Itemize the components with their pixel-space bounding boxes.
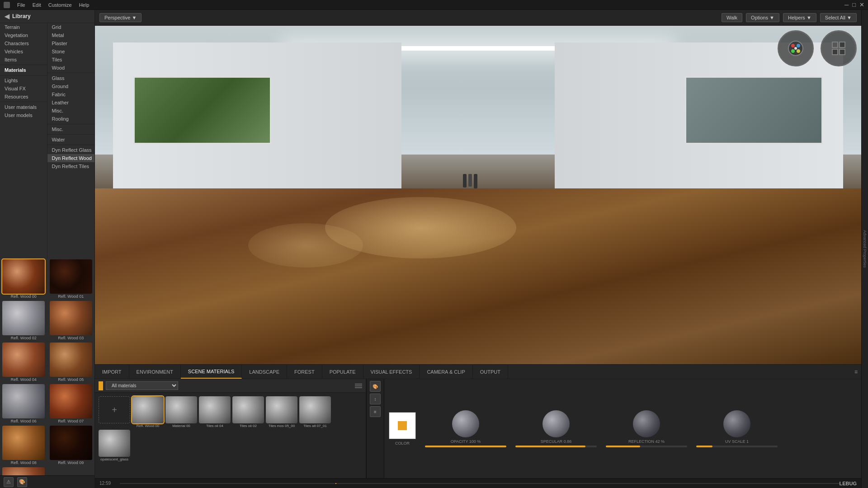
- reflection-track[interactable]: [606, 446, 687, 447]
- uvscale-track[interactable]: [696, 446, 778, 447]
- material-item-wood09[interactable]: Refl. Wood 09: [47, 425, 95, 466]
- subcat-stone[interactable]: Stone: [47, 47, 95, 56]
- svg-point-4: [797, 49, 800, 53]
- material-item-wood01[interactable]: Refl. Wood 01: [47, 258, 95, 300]
- subcat-wood[interactable]: Wood: [47, 64, 95, 72]
- sidebar-item-visualfx[interactable]: Visual FX: [0, 84, 47, 93]
- subcat-dyn-tiles[interactable]: Dyn Reflect Tiles: [47, 162, 95, 170]
- tab-forest[interactable]: FOREST: [287, 365, 322, 379]
- add-material-button[interactable]: +: [99, 396, 130, 423]
- material-item-wood07[interactable]: Refl. Wood 07: [47, 383, 95, 425]
- paint-apply-icon[interactable]: 🎨: [370, 381, 381, 392]
- warning-icon[interactable]: ⚠: [4, 477, 14, 487]
- subcat-misc[interactable]: Misc.: [47, 107, 95, 115]
- options-button[interactable]: Options ▼: [746, 13, 779, 22]
- window-controls: ─ □ ✕: [844, 1, 864, 8]
- sidebar-item-user-materials[interactable]: User materials: [0, 103, 47, 111]
- material-item-wood08[interactable]: Refl. Wood 08: [0, 425, 47, 466]
- tab-populate[interactable]: POPULATE: [322, 365, 363, 379]
- tab-scene-materials[interactable]: SCENE MATERIALS: [181, 365, 242, 379]
- filter-icon[interactable]: ≡: [370, 406, 381, 417]
- uv-scale-property: UV SCALE 1: [696, 410, 778, 447]
- sidebar-item-user-models[interactable]: User models: [0, 111, 47, 119]
- sidebar-item-terrain[interactable]: Terrain: [0, 23, 47, 31]
- subcat-dyn-wood[interactable]: Dyn Reflect Wood: [47, 154, 95, 162]
- sidebar-bottom-bar: ⚠ 🎨: [0, 475, 94, 488]
- sort-icon[interactable]: ↕: [370, 394, 381, 404]
- subcat-rooling[interactable]: Rooling: [47, 115, 95, 123]
- minimize-button[interactable]: ─: [844, 1, 849, 8]
- subcat-misc2[interactable]: Misc.: [47, 125, 95, 133]
- subcat-water[interactable]: Water: [47, 136, 95, 144]
- subcat-plaster[interactable]: Plaster: [47, 39, 95, 47]
- subcat-tiles[interactable]: Tiles: [47, 56, 95, 64]
- svg-point-1: [791, 44, 795, 47]
- tab-camera-clip[interactable]: CAMERA & CLIP: [420, 365, 472, 379]
- subcat-dyn-glass[interactable]: Dyn Reflect Glass: [47, 146, 95, 154]
- tab-environment[interactable]: ENVIRONMENT: [129, 365, 181, 379]
- material-item-wood05[interactable]: Refl. Wood 05: [47, 342, 95, 383]
- queue-item-mosaic[interactable]: Tiles mos 05_00: [266, 396, 297, 428]
- queue-items-area: + Refl. Wood 00 Material 00 Tiles oli 04: [95, 393, 366, 465]
- menu-customize[interactable]: Customize: [48, 2, 72, 8]
- subcat-ground[interactable]: Ground: [47, 82, 95, 90]
- sidebar-item-vegetation[interactable]: Vegetation: [0, 31, 47, 39]
- uv-scale-label: UV SCALE 1: [725, 439, 749, 444]
- tab-output[interactable]: OUTPUT: [473, 365, 508, 379]
- color-swatch[interactable]: [389, 412, 416, 439]
- maximize-button[interactable]: □: [852, 1, 856, 8]
- queue-item-tiles04[interactable]: Tiles oli 04: [199, 396, 231, 428]
- material-item-wood06[interactable]: Refl. Wood 06: [0, 383, 47, 425]
- color-property: COLOR: [389, 412, 416, 446]
- tab-bar: IMPORT ENVIRONMENT SCENE MATERIALS LANDS…: [95, 364, 861, 379]
- subcat-leather[interactable]: Leather: [47, 99, 95, 107]
- select-all-button[interactable]: Select All ▼: [820, 13, 857, 22]
- menu-help[interactable]: Help: [79, 2, 90, 8]
- material-item-wood00[interactable]: Refl. Wood 00: [0, 258, 47, 300]
- material-icon[interactable]: [778, 30, 814, 66]
- sidebar-item-lights[interactable]: Lights: [0, 76, 47, 84]
- queue-item-tiles02[interactable]: Tiles oli 02: [232, 396, 264, 428]
- library-header: ◀ Library: [0, 10, 94, 23]
- subcat-grid[interactable]: Grid: [47, 23, 95, 31]
- sidebar-item-materials[interactable]: Materials: [0, 66, 47, 74]
- walk-button[interactable]: Walk: [722, 13, 742, 22]
- material-item-wood04[interactable]: Refl. Wood 04: [0, 342, 47, 383]
- queue-item-wood00[interactable]: Refl. Wood 00: [132, 396, 164, 428]
- tab-import[interactable]: IMPORT: [95, 365, 129, 379]
- subcat-fabric[interactable]: Fabric: [47, 90, 95, 99]
- material-item-wood02[interactable]: Refl. Wood 02: [0, 300, 47, 342]
- menu-file[interactable]: File: [17, 2, 25, 8]
- opacity-track[interactable]: [425, 446, 506, 447]
- back-arrow-icon[interactable]: ◀: [5, 13, 9, 20]
- opacity-fill: [425, 446, 506, 447]
- layout-icon[interactable]: [821, 30, 857, 66]
- queue-toggle[interactable]: [99, 381, 103, 390]
- specular-track[interactable]: [515, 446, 597, 447]
- sidebar-item-resources[interactable]: Resources: [0, 93, 47, 101]
- queue-item-material00[interactable]: Material 00: [165, 396, 197, 428]
- material-item-wood03[interactable]: Refl. Wood 03: [47, 300, 95, 342]
- perspective-button[interactable]: Perspective ▼: [99, 13, 142, 22]
- advanced-properties-panel: Advanced Properties: [861, 10, 868, 488]
- helpers-button[interactable]: Helpers ▼: [783, 13, 816, 22]
- paint-icon[interactable]: 🎨: [17, 477, 27, 487]
- sidebar-item-vehicles[interactable]: Vehicles: [0, 47, 47, 56]
- queue-filter-select[interactable]: All materials: [106, 381, 178, 390]
- tab-landscape[interactable]: LANDSCAPE: [242, 365, 287, 379]
- sidebar-item-items[interactable]: Items: [0, 56, 47, 64]
- tab-settings-icon[interactable]: ≡: [854, 369, 858, 375]
- material-item-wood024[interactable]: Wood 024: [0, 466, 47, 475]
- viewport-background: [95, 26, 861, 364]
- viewport[interactable]: ▶ ✏ ✛ ↻ ▦ ◧ ?: [95, 26, 861, 364]
- close-button[interactable]: ✕: [859, 1, 864, 8]
- subcat-metal[interactable]: Metal: [47, 31, 95, 39]
- queue-item-opal[interactable]: opalescent_glass: [99, 430, 130, 461]
- sidebar-item-characters[interactable]: Characters: [0, 39, 47, 47]
- subcat-glass[interactable]: Glass: [47, 74, 95, 82]
- menu-edit[interactable]: Edit: [33, 2, 41, 8]
- tab-visual-effects[interactable]: VISUAL EFFECTS: [363, 365, 420, 379]
- queue-item-tiles-alt[interactable]: Tiles alt 07_01: [299, 396, 331, 428]
- window-right: [685, 76, 823, 144]
- specular-fill: [515, 446, 585, 447]
